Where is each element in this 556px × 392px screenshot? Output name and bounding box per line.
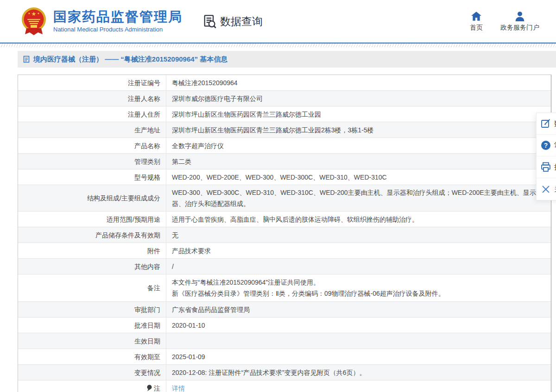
tool-item-print[interactable]: 打 [537, 156, 556, 178]
page-title: 境内医疗器械（注册） —— “粤械注准20152090964” 基本信息 [33, 55, 227, 64]
row-value: 2020-01-10 [166, 317, 551, 333]
main-content: 境内医疗器械（注册） —— “粤械注准20152090964” 基本信息 注册证… [18, 51, 556, 392]
note-pin-icon [146, 385, 152, 392]
site-header: ★ ★ ★ 国家药品监督管理局 National Medical Product… [0, 0, 556, 43]
side-toolbar: 数 ? 常 打 关 [536, 112, 556, 200]
table-row: 审批部门 广东省食品药品监督管理局 [18, 302, 551, 317]
table-row: 其他内容 / [18, 259, 551, 274]
table-row: 有效期至 2025-01-09 [18, 349, 551, 365]
table-row: 附件 产品技术要求 [18, 243, 551, 259]
table-row-note: 注 详情 [18, 380, 551, 392]
table-row: 结构及组成/主要组成成分 WED-300、WED-300C、WED-310、WE… [18, 185, 551, 212]
edit-icon [540, 118, 551, 129]
data-query-label: 数据查询 [220, 14, 263, 29]
document-search-icon [202, 14, 217, 29]
hatch-stripe [0, 44, 556, 47]
row-label: 注册人住所 [18, 106, 166, 122]
org-title-block: 国家药品监督管理局 National Medical Products Admi… [53, 10, 183, 33]
svg-text:★: ★ [32, 11, 37, 17]
table-row: 适用范围/预期用途 适用于心血管疾病、高脂血症、脑中风后遗的肢体运动障碍、软组织… [18, 212, 551, 227]
table-row: 生效日期 [18, 333, 551, 349]
row-value: 深圳市坪山新区生物医药园区青兰三路威尔德工业园 [166, 106, 551, 122]
row-value: 产品技术要求 [166, 243, 551, 258]
row-value: 第二类 [166, 154, 551, 169]
row-label: 附件 [18, 243, 166, 258]
row-label: 管理类别 [18, 154, 166, 169]
row-value: 2025-01-09 [166, 349, 551, 364]
table-row: 备注 本文件与“粤械注准20152090964”注册证共同使用。 新《医疗器械分… [18, 274, 551, 302]
page-doc-icon [23, 56, 30, 63]
svg-text:★: ★ [37, 12, 39, 15]
tool-label: 数 [554, 119, 556, 128]
row-value: 粤械注准20152090964 [166, 75, 551, 90]
tool-label: 关 [554, 185, 556, 193]
row-label-note: 注 [18, 380, 166, 392]
org-name-cn: 国家药品监督管理局 [53, 10, 183, 25]
row-value: 深圳市坪山新区生物医药园区青兰三路威尔德工业园2栋3楼，3栋1-5楼 [166, 122, 551, 137]
row-value: 全数字超声治疗仪 [166, 138, 551, 153]
home-icon [471, 11, 482, 21]
table-row: 产品名称 全数字超声治疗仪 [18, 138, 551, 154]
row-label: 备注 [18, 274, 166, 301]
printer-icon [540, 162, 551, 173]
row-label: 适用范围/预期用途 [18, 212, 166, 227]
data-query-section[interactable]: 数据查询 [202, 14, 263, 29]
svg-text:★: ★ [28, 12, 30, 15]
org-name-en: National Medical Products Administration [53, 26, 183, 33]
row-value-note: 详情 [166, 380, 551, 392]
row-label: 审批部门 [18, 302, 166, 317]
user-icon [514, 11, 525, 21]
nav-item-service-portal[interactable]: 政务服务门户 [500, 11, 539, 32]
row-value: 深圳市威尔德医疗电子有限公司 [166, 91, 551, 106]
table-row: 批准日期 2020-01-10 [18, 317, 551, 333]
row-label: 产品储存条件及有效期 [18, 227, 166, 243]
tool-item-data-correction[interactable]: 数 [537, 113, 556, 135]
page-title-bar: 境内医疗器械（注册） —— “粤械注准20152090964” 基本信息 [18, 51, 556, 68]
row-value: 无 [166, 227, 551, 243]
table-row: 注册证编号 粤械注准20152090964 [18, 75, 551, 91]
row-label: 有效期至 [18, 349, 166, 364]
row-value: 广东省食品药品监督管理局 [166, 302, 551, 317]
row-label: 注册人名称 [18, 91, 166, 106]
tool-item-faq[interactable]: ? 常 [537, 135, 556, 156]
table-row: 变更情况 2020-12-08: 注册证附件“产品技术要求”变更内容见附页（共6… [18, 365, 551, 380]
header-nav: 首页 政务服务门户 [470, 11, 556, 32]
row-label: 结构及组成/主要组成成分 [18, 185, 166, 211]
row-label: 注册证编号 [18, 75, 166, 90]
nav-item-home[interactable]: 首页 [470, 11, 483, 32]
nav-service-portal-label: 政务服务门户 [500, 24, 539, 32]
row-label: 其他内容 [18, 259, 166, 274]
row-label: 变更情况 [18, 365, 166, 380]
tool-label: 打 [554, 163, 556, 172]
row-label: 产品名称 [18, 138, 166, 153]
row-value: WED-300、WED-300C、WED-310、WED-310C、WED-20… [166, 185, 551, 211]
row-value [166, 333, 551, 348]
row-label: 生产地址 [18, 122, 166, 137]
row-label: 生效日期 [18, 333, 166, 348]
table-row: 注册人名称 深圳市威尔德医疗电子有限公司 [18, 91, 551, 106]
table-row: 注册人住所 深圳市坪山新区生物医药园区青兰三路威尔德工业园 [18, 106, 551, 122]
row-value: 适用于心血管疾病、高脂血症、脑中风后遗的肢体运动障碍、软组织挫伤的辅助治疗。 [166, 212, 551, 227]
national-emblem-logo: ★ ★ ★ [21, 7, 47, 37]
table-row: 生产地址 深圳市坪山新区生物医药园区青兰三路威尔德工业园2栋3楼，3栋1-5楼 [18, 122, 551, 138]
row-value: WED-200、WED-200E、WED-300、WED-300C、WED-31… [166, 169, 551, 185]
close-icon [540, 184, 551, 195]
table-row: 产品储存条件及有效期 无 [18, 227, 551, 243]
nav-home-label: 首页 [470, 24, 483, 32]
row-value: 2020-12-08: 注册证附件“产品技术要求”变更内容见附页（共6页）。 [166, 365, 551, 380]
detail-link[interactable]: 详情 [172, 383, 185, 392]
row-label: 批准日期 [18, 317, 166, 333]
tool-item-close[interactable]: 关 [537, 178, 556, 200]
registration-info-table: 注册证编号 粤械注准20152090964 注册人名称 深圳市威尔德医疗电子有限… [18, 75, 551, 392]
row-value: / [166, 259, 551, 274]
table-row: 型号规格 WED-200、WED-200E、WED-300、WED-300C、W… [18, 169, 551, 185]
question-icon: ? [540, 140, 551, 151]
row-value-remark: 本文件与“粤械注准20152090964”注册证共同使用。 新《医疗器械分类目录… [166, 274, 551, 301]
tool-label: 常 [554, 141, 556, 150]
row-label: 型号规格 [18, 169, 166, 185]
svg-text:?: ? [544, 142, 548, 149]
china-national-emblem-icon: ★ ★ ★ [21, 7, 47, 37]
table-row: 管理类别 第二类 [18, 154, 551, 169]
note-label-text: 注 [154, 383, 160, 392]
